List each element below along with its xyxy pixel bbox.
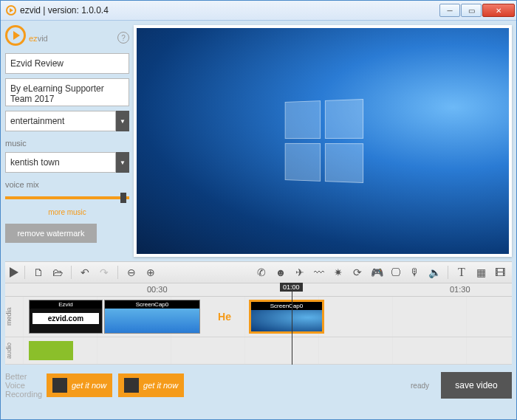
audio-track-label: audio: [5, 337, 23, 364]
speaker-icon[interactable]: 🔈: [427, 265, 442, 280]
cursor-icon[interactable]: ✈: [292, 265, 307, 280]
open-button[interactable]: 🗁: [50, 265, 65, 280]
voice-icon[interactable]: ✆: [254, 265, 269, 280]
undo-button[interactable]: ↶: [78, 265, 92, 280]
category-select[interactable]: entertainment: [5, 111, 116, 131]
clip-screencap-2[interactable]: ScreenCap0: [249, 300, 324, 334]
close-button[interactable]: ✕: [482, 4, 515, 17]
video-preview[interactable]: [134, 25, 512, 257]
app-icon: [5, 4, 17, 16]
minimize-button[interactable]: ─: [439, 4, 460, 17]
media-track-label: media: [5, 297, 23, 337]
description-input[interactable]: By eLearning Supporter Team 2017: [5, 78, 129, 106]
clip-text[interactable]: He: [202, 300, 247, 334]
star-icon[interactable]: ✷: [331, 265, 346, 280]
screen-icon[interactable]: 🖵: [388, 265, 403, 280]
zoom-in-button[interactable]: ⊕: [143, 265, 158, 280]
music-select[interactable]: kentish town: [5, 152, 116, 173]
footer: BetterVoiceRecording get it now get it n…: [1, 369, 516, 402]
mic-icon[interactable]: 🎙: [408, 265, 422, 280]
new-button[interactable]: 🗋: [31, 265, 46, 280]
face-icon[interactable]: ☻: [273, 265, 288, 280]
audio-track[interactable]: [23, 337, 512, 364]
music-dropdown-icon[interactable]: ▼: [116, 152, 129, 173]
left-panel: ezvid ? Ezvid Review By eLearning Suppor…: [5, 25, 129, 257]
better-voice-text: BetterVoiceRecording: [5, 372, 41, 399]
save-video-button[interactable]: save video: [441, 372, 512, 399]
status-text: ready: [411, 382, 429, 390]
preview-content: [285, 99, 363, 183]
mic-promo-icon: [52, 378, 67, 393]
game-icon[interactable]: 🎮: [369, 265, 384, 280]
category-dropdown-icon[interactable]: ▼: [116, 111, 129, 131]
voicemix-slider[interactable]: [5, 193, 129, 202]
toolbar: 🗋 🗁 ↶ ↷ ⊖ ⊕ ✆ ☻ ✈ 〰 ✷ ⟳ 🎮 🖵 🎙 🔈 T ▦ 🎞: [5, 261, 512, 283]
maximize-button[interactable]: ▭: [461, 4, 482, 17]
playhead[interactable]: [292, 283, 292, 365]
more-music-link[interactable]: more music: [5, 208, 129, 216]
get-it-now-button-2[interactable]: get it now: [118, 373, 184, 397]
logo-play-icon: [5, 25, 26, 46]
music-label: music: [5, 139, 129, 148]
film-icon[interactable]: 🎞: [493, 265, 507, 280]
text-icon[interactable]: T: [454, 265, 469, 280]
media-track[interactable]: Ezvid ezvid.com ScreenCap0 He ScreenCap0: [23, 297, 512, 337]
headset-promo-icon: [124, 378, 139, 393]
sync-icon[interactable]: ⟳: [350, 265, 365, 280]
effect-icon[interactable]: 〰: [312, 265, 326, 280]
play-button[interactable]: [10, 267, 18, 278]
redo-button[interactable]: ↷: [97, 265, 112, 280]
timeline: 00:30 01:30 media Ezvid ezvid.com Screen…: [5, 283, 512, 365]
titlebar: ezvid | version: 1.0.0.4 ─ ▭ ✕: [1, 1, 516, 21]
help-icon[interactable]: ?: [117, 32, 129, 44]
logo: ezvid ?: [5, 25, 129, 46]
window-title: ezvid | version: 1.0.0.4: [20, 5, 439, 16]
project-title-input[interactable]: Ezvid Review: [5, 53, 129, 74]
voicemix-label: voice mix: [5, 180, 129, 189]
clip-ezvid[interactable]: Ezvid ezvid.com: [29, 300, 103, 334]
audio-clip[interactable]: [29, 341, 73, 360]
image-icon[interactable]: ▦: [473, 265, 488, 280]
remove-watermark-button[interactable]: remove watermark: [5, 224, 97, 243]
zoom-out-button[interactable]: ⊖: [124, 265, 139, 280]
time-ruler[interactable]: 00:30 01:30: [5, 283, 512, 297]
get-it-now-button-1[interactable]: get it now: [47, 373, 112, 397]
clip-screencap-1[interactable]: ScreenCap0: [104, 300, 200, 334]
